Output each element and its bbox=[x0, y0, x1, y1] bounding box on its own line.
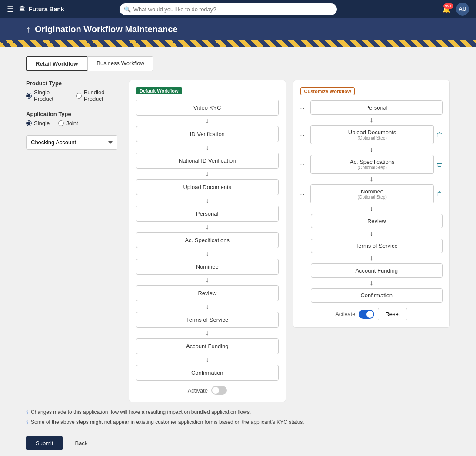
delete-icon-upload[interactable]: 🗑 bbox=[436, 131, 443, 138]
radio-single[interactable]: Single bbox=[26, 120, 50, 126]
topnav: ☰ 🏛 Futura Bank 🔍 🔔 99+ AU bbox=[0, 0, 476, 18]
arrow-9: ↓ bbox=[136, 328, 279, 338]
menu-dots-upload[interactable]: ··· bbox=[300, 131, 308, 138]
customize-workflow-box: Customize Workflow ··· Personal ↓ ··· Up… bbox=[293, 80, 450, 328]
note-text-2: Some of the above steps might not appear… bbox=[31, 419, 304, 425]
custom-step-nominee: Nominee (Optional Step) bbox=[310, 184, 434, 203]
step-upload-docs: Upload Documents bbox=[136, 179, 279, 195]
arrow-1: ↓ bbox=[136, 116, 279, 126]
banner-decoration bbox=[0, 40, 476, 47]
radio-single-label: Single bbox=[34, 120, 50, 126]
step-account-funding: Account Funding bbox=[136, 338, 279, 354]
arrow-8: ↓ bbox=[136, 301, 279, 312]
step-nominee: Nominee bbox=[136, 259, 279, 275]
custom-step-personal: Personal bbox=[310, 100, 443, 115]
search-input[interactable] bbox=[120, 3, 337, 15]
custom-arrow-2: ↓ bbox=[300, 144, 443, 155]
step-video-kyc: Video KYC bbox=[136, 100, 279, 116]
back-button[interactable]: Back bbox=[68, 436, 94, 450]
custom-step-review: Review bbox=[311, 214, 443, 228]
note-item-2: ℹ Some of the above steps might not appe… bbox=[26, 419, 450, 426]
note-item-1: ℹ Changes made to this application flow … bbox=[26, 409, 450, 416]
arrow-7: ↓ bbox=[136, 275, 279, 285]
arrow-4: ↓ bbox=[136, 195, 279, 206]
application-type-label: Application Type bbox=[26, 111, 122, 117]
tab-retail[interactable]: Retail Workflow bbox=[26, 56, 87, 71]
default-activate-toggle[interactable] bbox=[211, 386, 227, 395]
custom-arrow-1: ↓ bbox=[300, 115, 443, 125]
notification-bell[interactable]: 🔔 99+ bbox=[442, 5, 451, 13]
delete-icon-ac-spec[interactable]: 🗑 bbox=[436, 161, 443, 168]
customize-workflow-label: Customize Workflow bbox=[300, 87, 355, 95]
custom-step-row-upload: ··· Upload Documents (Optional Step) 🗑 bbox=[300, 125, 443, 144]
application-type-radio-group: Single Joint bbox=[26, 120, 122, 126]
product-type-config: Product Type Single Product Bundled Prod… bbox=[26, 80, 122, 102]
custom-step-row-ac-spec: ··· Ac. Specifications (Optional Step) 🗑 bbox=[300, 155, 443, 174]
application-type-config: Application Type Single Joint bbox=[26, 111, 122, 126]
left-panel: Product Type Single Product Bundled Prod… bbox=[26, 80, 122, 402]
custom-step-ac-spec: Ac. Specifications (Optional Step) bbox=[310, 155, 434, 174]
product-type-radio-group: Single Product Bundled Product bbox=[26, 89, 122, 102]
radio-joint[interactable]: Joint bbox=[58, 120, 78, 126]
default-workflow-panel: Default Workflow Video KYC ↓ ID Verifica… bbox=[129, 80, 286, 402]
optional-label-nominee: (Optional Step) bbox=[317, 195, 427, 200]
page-title: Origination Workflow Maintenance bbox=[35, 24, 178, 34]
default-workflow-box: Default Workflow Video KYC ↓ ID Verifica… bbox=[129, 80, 286, 402]
custom-step-row-account-funding: Account Funding bbox=[300, 263, 443, 278]
arrow-10: ↓ bbox=[136, 354, 279, 365]
optional-label-upload: (Optional Step) bbox=[317, 136, 427, 140]
info-icon-2: ℹ bbox=[26, 419, 28, 426]
page-header: ↑ Origination Workflow Maintenance bbox=[0, 18, 476, 40]
customize-workflow-panel: Customize Workflow ··· Personal ↓ ··· Up… bbox=[293, 80, 450, 402]
custom-step-tos: Terms of Service bbox=[311, 239, 443, 253]
hamburger-icon[interactable]: ☰ bbox=[7, 4, 14, 14]
step-personal: Personal bbox=[136, 206, 279, 222]
logo: 🏛 Futura Bank bbox=[19, 6, 64, 13]
notes-section: ℹ Changes made to this application flow … bbox=[26, 409, 450, 426]
logo-icon: 🏛 bbox=[19, 6, 25, 13]
search-icon: 🔍 bbox=[124, 6, 131, 13]
menu-dots-ac-spec[interactable]: ··· bbox=[300, 161, 308, 168]
reset-button[interactable]: Reset bbox=[378, 308, 407, 320]
workflows-section: Default Workflow Video KYC ↓ ID Verifica… bbox=[129, 80, 450, 402]
default-activate-row: Activate bbox=[136, 386, 279, 395]
customize-activate-row: Activate Reset bbox=[300, 308, 443, 320]
product-select[interactable]: Checking Account bbox=[26, 135, 117, 150]
custom-arrow-7: ↓ bbox=[300, 278, 443, 288]
custom-step-row-tos: Terms of Service bbox=[300, 239, 443, 253]
radio-single-product-label: Single Product bbox=[34, 89, 67, 102]
main-flex: Product Type Single Product Bundled Prod… bbox=[26, 80, 450, 402]
submit-button[interactable]: Submit bbox=[26, 436, 63, 450]
step-ac-specifications: Ac. Specifications bbox=[136, 232, 279, 248]
toggle-knob-on bbox=[366, 311, 373, 318]
radio-bundled-product[interactable]: Bundled Product bbox=[76, 89, 122, 102]
topnav-right: 🔔 99+ AU bbox=[442, 3, 469, 16]
arrow-6: ↓ bbox=[136, 248, 279, 259]
optional-label-ac-spec: (Optional Step) bbox=[317, 165, 427, 170]
tab-business[interactable]: Business Workflow bbox=[87, 56, 153, 71]
custom-step-row-review: Review bbox=[300, 214, 443, 228]
custom-step-upload: Upload Documents (Optional Step) bbox=[310, 125, 434, 144]
custom-step-confirmation: Confirmation bbox=[311, 288, 443, 303]
search-bar: 🔍 bbox=[120, 3, 337, 15]
menu-dots-personal[interactable]: ··· bbox=[300, 104, 308, 111]
radio-bundled-product-label: Bundled Product bbox=[84, 89, 122, 102]
custom-arrow-4: ↓ bbox=[300, 203, 443, 214]
back-arrow-icon: ↑ bbox=[26, 24, 30, 34]
logo-text: Futura Bank bbox=[29, 6, 64, 13]
customize-activate-toggle[interactable] bbox=[359, 310, 374, 319]
step-review: Review bbox=[136, 285, 279, 301]
radio-single-product[interactable]: Single Product bbox=[26, 89, 67, 102]
default-workflow-label: Default Workflow bbox=[136, 87, 182, 94]
delete-icon-nominee[interactable]: 🗑 bbox=[436, 190, 443, 197]
footer-actions: Submit Back bbox=[26, 436, 450, 450]
step-national-id: National ID Verification bbox=[136, 153, 279, 169]
custom-arrow-6: ↓ bbox=[300, 253, 443, 263]
step-id-verification: ID Verification bbox=[136, 126, 279, 142]
avatar[interactable]: AU bbox=[456, 3, 469, 16]
toggle-knob bbox=[212, 387, 219, 394]
menu-dots-nominee[interactable]: ··· bbox=[300, 190, 308, 197]
custom-step-row-personal: ··· Personal bbox=[300, 100, 443, 115]
custom-step-row-nominee: ··· Nominee (Optional Step) 🗑 bbox=[300, 184, 443, 203]
arrow-2: ↓ bbox=[136, 142, 279, 153]
